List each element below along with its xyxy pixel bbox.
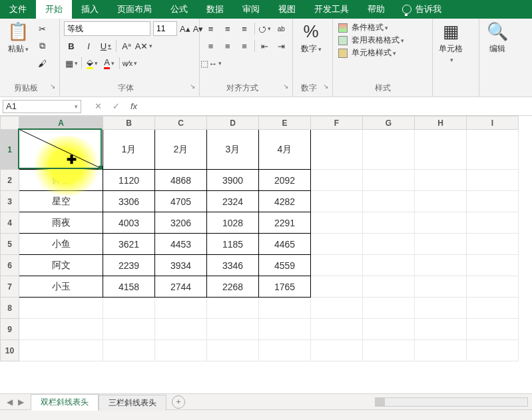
row-header-2[interactable]: 2 bbox=[1, 170, 19, 191]
worksheet-grid[interactable]: A B C D E F G H I 1 1月 2月 3月 4月 2 仰望 112… bbox=[0, 116, 532, 393]
number-launcher-icon[interactable]: ↘ bbox=[323, 83, 328, 90]
col-header-G[interactable]: G bbox=[363, 116, 415, 130]
bulb-icon bbox=[402, 5, 411, 14]
editing-label: 编辑 bbox=[483, 43, 511, 55]
tab-data[interactable]: 数据 bbox=[197, 0, 233, 19]
fill-color-icon[interactable]: ⬙ bbox=[85, 56, 99, 71]
row-header-5[interactable]: 5 bbox=[1, 234, 19, 255]
font-name-select[interactable] bbox=[64, 21, 150, 36]
font-launcher-icon[interactable]: ↘ bbox=[190, 83, 195, 90]
sheet-nav-prev-icon[interactable]: ◀ bbox=[7, 397, 13, 407]
find-icon: 🔍 bbox=[483, 21, 511, 42]
row-header-1[interactable]: 1 bbox=[1, 130, 19, 170]
tab-formulas[interactable]: 公式 bbox=[161, 0, 197, 19]
sheet-nav: ◀ ▶ bbox=[0, 397, 31, 407]
conditional-format-button[interactable]: 条件格式 bbox=[337, 21, 428, 34]
cell-B1[interactable]: 1月 bbox=[103, 130, 155, 170]
tab-review[interactable]: 审阅 bbox=[233, 0, 269, 19]
number-format-button[interactable]: % 数字 bbox=[297, 21, 325, 55]
align-right-icon[interactable]: ≡ bbox=[237, 39, 251, 53]
cell-C1[interactable]: 2月 bbox=[155, 130, 207, 170]
cells-label: 单元格 bbox=[437, 43, 465, 64]
bold-button[interactable]: B bbox=[64, 39, 79, 53]
underline-button[interactable]: U bbox=[99, 39, 113, 53]
group-alignment: ≡ ≡ ≡ ⭯ ab ≡ ≡ ≡ ⇤ ⇥ ⬚↔ 对齐方式↘ bbox=[200, 19, 293, 97]
cells-button[interactable]: ▦ 单元格 bbox=[437, 21, 465, 64]
row-header-6[interactable]: 6 bbox=[1, 255, 19, 276]
fx-icon[interactable]: fx bbox=[131, 101, 137, 111]
tab-file[interactable]: 文件 bbox=[0, 0, 36, 19]
table-format-button[interactable]: 套用表格格式 bbox=[337, 34, 428, 47]
scrollbar-thumb[interactable] bbox=[376, 398, 385, 406]
copy-icon[interactable]: ⧉ bbox=[35, 39, 49, 53]
table-row: 6 阿文 2239 3934 3346 4559 bbox=[1, 255, 519, 276]
col-header-B[interactable]: B bbox=[103, 116, 155, 130]
row-header-10[interactable]: 10 bbox=[1, 340, 19, 361]
col-header-F[interactable]: F bbox=[311, 116, 363, 130]
increase-font-icon[interactable]: A▴ bbox=[180, 21, 190, 36]
tab-insert[interactable]: 插入 bbox=[72, 0, 108, 19]
table-row: 5 小鱼 3621 4453 1185 4465 bbox=[1, 234, 519, 255]
col-header-C[interactable]: C bbox=[155, 116, 207, 130]
cell-styles-button[interactable]: 单元格样式 bbox=[337, 47, 428, 59]
borders-icon[interactable]: ▦ bbox=[64, 56, 79, 71]
sheet-nav-next-icon[interactable]: ▶ bbox=[18, 397, 24, 407]
align-middle-icon[interactable]: ≡ bbox=[220, 21, 234, 36]
align-left-icon[interactable]: ≡ bbox=[204, 39, 218, 53]
align-bottom-icon[interactable]: ≡ bbox=[237, 21, 251, 36]
cell-A1[interactable] bbox=[19, 130, 103, 170]
tab-home[interactable]: 开始 bbox=[36, 0, 72, 19]
col-header-I[interactable]: I bbox=[467, 116, 519, 130]
confirm-edit-icon[interactable]: ✓ bbox=[113, 101, 120, 111]
font-color-icon[interactable]: A bbox=[102, 56, 117, 71]
cut-icon[interactable]: ✂ bbox=[35, 21, 49, 36]
formula-input[interactable] bbox=[148, 100, 532, 113]
col-header-E[interactable]: E bbox=[259, 116, 311, 130]
pinyin-field-icon[interactable]: w⁄x bbox=[123, 56, 137, 71]
tab-view[interactable]: 视图 bbox=[269, 0, 305, 19]
tab-page-layout[interactable]: 页面布局 bbox=[108, 0, 161, 19]
col-header-D[interactable]: D bbox=[207, 116, 259, 130]
tab-help[interactable]: 帮助 bbox=[358, 0, 394, 19]
alignment-launcher-icon[interactable]: ↘ bbox=[283, 83, 288, 90]
sheet-tab-1[interactable]: 三栏斜线表头 bbox=[99, 395, 166, 411]
tell-me[interactable]: 告诉我 bbox=[394, 0, 449, 19]
orientation-icon[interactable]: ⭯ bbox=[258, 21, 272, 36]
font-size-select[interactable] bbox=[153, 21, 177, 36]
clipboard-launcher-icon[interactable]: ↘ bbox=[50, 83, 55, 90]
name-box[interactable]: A1 ▾ bbox=[3, 100, 81, 113]
row-header-9[interactable]: 9 bbox=[1, 319, 19, 340]
row-header-4[interactable]: 4 bbox=[1, 212, 19, 234]
col-header-H[interactable]: H bbox=[415, 116, 467, 130]
row-header-8[interactable]: 8 bbox=[1, 298, 19, 319]
cell-styles-icon bbox=[338, 49, 348, 58]
table-row: 4 雨夜 4003 3206 1028 2291 bbox=[1, 212, 519, 234]
clear-format-icon[interactable]: A✕ bbox=[136, 39, 151, 53]
col-header-A[interactable]: A bbox=[19, 116, 103, 130]
cell-D1[interactable]: 3月 bbox=[207, 130, 259, 170]
phonetic-icon[interactable]: Aᵃ bbox=[119, 39, 134, 53]
status-bar bbox=[0, 409, 532, 420]
menu-bar: 文件 开始 插入 页面布局 公式 数据 审阅 视图 开发工具 帮助 告诉我 bbox=[0, 0, 532, 19]
sheet-tab-0[interactable]: 双栏斜线表头 bbox=[31, 394, 99, 411]
align-top-icon[interactable]: ≡ bbox=[204, 21, 218, 36]
format-painter-icon[interactable]: 🖌 bbox=[35, 56, 49, 71]
paste-button[interactable]: 📋 粘贴 bbox=[4, 21, 32, 71]
merge-cells-icon[interactable]: ⬚↔ bbox=[204, 56, 218, 71]
cell-E1[interactable]: 4月 bbox=[259, 130, 311, 170]
select-all-corner[interactable] bbox=[1, 116, 19, 130]
row-header-7[interactable]: 7 bbox=[1, 276, 19, 298]
decrease-indent-icon[interactable]: ⇤ bbox=[258, 39, 272, 53]
wrap-text-icon[interactable]: ab bbox=[274, 21, 288, 36]
name-box-dropdown-icon[interactable]: ▾ bbox=[75, 103, 78, 110]
horizontal-scrollbar[interactable] bbox=[185, 397, 532, 407]
increase-indent-icon[interactable]: ⇥ bbox=[274, 39, 288, 53]
editing-button[interactable]: 🔍 编辑 bbox=[483, 21, 511, 55]
align-center-icon[interactable]: ≡ bbox=[220, 39, 234, 53]
clipboard-icon: 📋 bbox=[4, 21, 32, 42]
add-sheet-button[interactable]: ＋ bbox=[172, 395, 185, 409]
cancel-edit-icon[interactable]: ✕ bbox=[95, 101, 102, 111]
tab-developer[interactable]: 开发工具 bbox=[305, 0, 358, 19]
row-header-3[interactable]: 3 bbox=[1, 191, 19, 212]
italic-button[interactable]: I bbox=[81, 39, 96, 53]
